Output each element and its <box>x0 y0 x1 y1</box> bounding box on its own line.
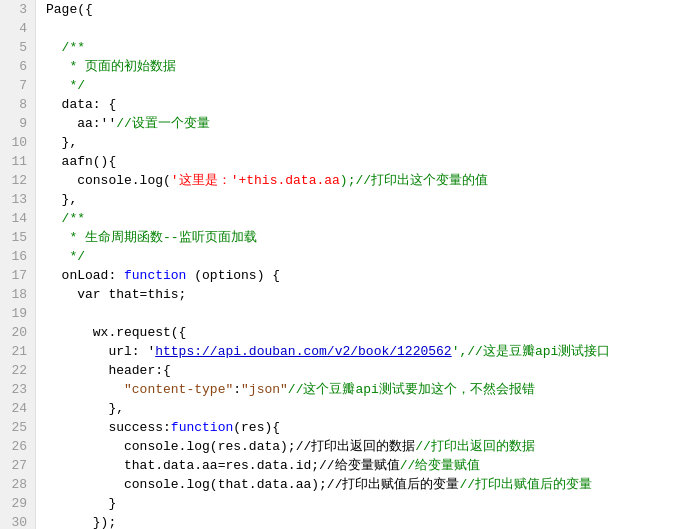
line-number: 23 <box>8 380 27 399</box>
line-number: 11 <box>8 152 27 171</box>
code-line: onLoad: function (options) { <box>46 266 680 285</box>
code-line: var that=this; <box>46 285 680 304</box>
code-line: data: { <box>46 95 680 114</box>
code-line: }, <box>46 133 680 152</box>
line-number: 18 <box>8 285 27 304</box>
code-line <box>46 19 680 38</box>
code-line: wx.request({ <box>46 323 680 342</box>
line-number: 25 <box>8 418 27 437</box>
line-number: 6 <box>8 57 27 76</box>
code-line: }); <box>46 513 680 529</box>
code-line: console.log('这里是：'+this.data.aa);//打印出这个… <box>46 171 680 190</box>
line-number: 8 <box>8 95 27 114</box>
line-number: 22 <box>8 361 27 380</box>
code-line: "content-type":"json"//这个豆瓣api测试要加这个，不然会… <box>46 380 680 399</box>
line-number: 5 <box>8 38 27 57</box>
code-line: } <box>46 494 680 513</box>
code-editor: 3456789101112131415161718192021222324252… <box>0 0 680 529</box>
line-number: 9 <box>8 114 27 133</box>
code-line: header:{ <box>46 361 680 380</box>
code-line: aafn(){ <box>46 152 680 171</box>
line-numbers: 3456789101112131415161718192021222324252… <box>0 0 36 529</box>
line-number: 21 <box>8 342 27 361</box>
line-number: 13 <box>8 190 27 209</box>
code-line: /** <box>46 209 680 228</box>
code-content: Page({ /** * 页面的初始数据 */ data: { aa:''//设… <box>36 0 680 529</box>
line-number: 12 <box>8 171 27 190</box>
code-line: Page({ <box>46 0 680 19</box>
line-number: 26 <box>8 437 27 456</box>
code-line: }, <box>46 399 680 418</box>
line-number: 15 <box>8 228 27 247</box>
code-line: aa:''//设置一个变量 <box>46 114 680 133</box>
code-line: console.log(that.data.aa);//打印出赋值后的变量//打… <box>46 475 680 494</box>
line-number: 29 <box>8 494 27 513</box>
line-number: 3 <box>8 0 27 19</box>
code-line: url: 'https://api.douban.com/v2/book/122… <box>46 342 680 361</box>
code-line: console.log(res.data);//打印出返回的数据//打印出返回的… <box>46 437 680 456</box>
line-number: 16 <box>8 247 27 266</box>
code-line: }, <box>46 190 680 209</box>
code-line: success:function(res){ <box>46 418 680 437</box>
line-number: 27 <box>8 456 27 475</box>
code-line: */ <box>46 247 680 266</box>
code-line: /** <box>46 38 680 57</box>
code-line: that.data.aa=res.data.id;//给变量赋值//给变量赋值 <box>46 456 680 475</box>
code-line: * 生命周期函数--监听页面加载 <box>46 228 680 247</box>
line-number: 24 <box>8 399 27 418</box>
code-line <box>46 304 680 323</box>
line-number: 30 <box>8 513 27 529</box>
line-number: 17 <box>8 266 27 285</box>
code-line: */ <box>46 76 680 95</box>
line-number: 20 <box>8 323 27 342</box>
line-number: 19 <box>8 304 27 323</box>
line-number: 28 <box>8 475 27 494</box>
line-number: 4 <box>8 19 27 38</box>
line-number: 7 <box>8 76 27 95</box>
line-number: 10 <box>8 133 27 152</box>
line-number: 14 <box>8 209 27 228</box>
code-line: * 页面的初始数据 <box>46 57 680 76</box>
